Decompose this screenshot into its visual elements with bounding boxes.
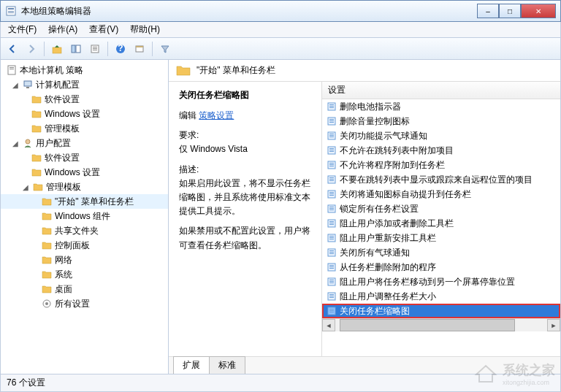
setting-icon [327,145,337,155]
list-row-label: 阻止用户将任务栏移动到另一个屏幕停靠位置 [340,276,515,288]
minimize-button[interactable]: – [477,4,499,18]
settings-list[interactable]: 设置 删除电池指示器删除音量控制图标关闭功能提示气球通知不允许在跳转列表中附加项… [322,82,560,356]
options-button[interactable] [131,40,148,58]
forward-button[interactable] [23,40,40,58]
svg-rect-69 [329,266,334,267]
list-row[interactable]: 关闭所有气球通知 [322,245,560,260]
svg-rect-52 [329,207,334,207]
svg-rect-4 [53,47,61,53]
folder-icon [31,153,42,163]
scroll-left-icon[interactable]: ◄ [322,319,335,331]
svg-rect-15 [8,66,15,74]
list-row-label: 不允许在跳转列表中附加项目 [340,145,454,157]
list-row[interactable]: 阻止用户重新安排工具栏 [322,231,560,245]
back-button[interactable] [4,40,21,58]
desc-text-2: 如果禁用或不配置此设置，用户将可查看任务栏缩略图。 [179,224,311,252]
tree-item[interactable]: 控制面板 [1,238,168,253]
svg-rect-9 [93,48,97,49]
list-row[interactable]: 锁定所有任务栏设置 [322,201,560,216]
list-row-label: 删除音量控制图标 [340,115,410,128]
tree-item[interactable]: 软件设置 [1,150,168,165]
tree-item[interactable]: 软件设置 [1,92,168,107]
tree-admin-templates[interactable]: ◢管理模板 [1,180,168,194]
setting-icon [327,101,337,112]
tree-item[interactable]: 桌面 [1,282,168,296]
svg-rect-78 [329,297,334,298]
properties-button[interactable] [86,40,104,58]
collapse-icon[interactable]: ◢ [11,139,20,147]
tree-item[interactable]: 网络 [1,253,168,267]
list-row[interactable]: 关闭任务栏缩略图 [322,304,560,318]
menu-view[interactable]: 查看(V) [85,22,123,37]
collapse-icon[interactable]: ◢ [21,183,30,191]
tree-item-start-taskbar[interactable]: "开始" 菜单和任务栏 [1,194,168,209]
breadcrumb-title: "开始" 菜单和任务栏 [196,64,275,77]
svg-rect-45 [329,179,334,180]
toolbar-separator [107,42,108,56]
list-row[interactable]: 不允许在跳转列表中附加项目 [322,143,560,158]
list-header[interactable]: 设置 [322,82,560,99]
collapse-icon[interactable]: ◢ [11,81,20,89]
svg-rect-8 [93,47,97,47]
tree-user-config[interactable]: ◢ 用户配置 [1,136,168,150]
list-row[interactable]: 删除音量控制图标 [322,114,560,128]
show-hide-tree-button[interactable] [67,40,85,58]
list-row[interactable]: 关闭功能提示气球通知 [322,128,560,143]
svg-rect-40 [329,163,334,164]
list-row[interactable]: 删除电池指示器 [322,99,560,114]
tab-standard[interactable]: 标准 [209,356,245,374]
help-button[interactable]: ? [112,40,129,58]
filter-button[interactable] [156,40,174,58]
list-row[interactable]: 从任务栏删除附加的程序 [322,260,560,274]
window-title: 本地组策略编辑器 [21,5,477,18]
list-row[interactable]: 阻止用户添加或者删除工具栏 [322,216,560,231]
setting-icon [327,160,337,170]
svg-rect-24 [329,104,334,105]
svg-rect-2 [8,11,14,12]
scroll-thumb[interactable] [340,319,515,331]
policy-icon [6,65,18,75]
tree-item[interactable]: 系统 [1,267,168,282]
tree-item[interactable]: Windows 设置 [1,165,168,180]
up-button[interactable] [48,40,66,58]
svg-rect-6 [76,45,80,53]
tree-label: "开始" 菜单和任务栏 [55,196,134,208]
menu-help[interactable]: 帮助(H) [126,22,164,37]
tree-item[interactable]: 共享文件夹 [1,223,168,238]
setting-icon [327,204,337,214]
tab-extended[interactable]: 扩展 [173,356,210,374]
list-row[interactable]: 阻止用户调整任务栏大小 [322,289,560,304]
svg-rect-49 [329,193,334,194]
list-row[interactable]: 阻止用户将任务栏移动到另一个屏幕停靠位置 [322,274,560,289]
svg-rect-76 [329,294,334,295]
list-row[interactable]: 不允许将程序附加到任务栏 [322,158,560,172]
tree-item[interactable]: Windows 设置 [1,107,168,121]
close-button[interactable]: ✕ [521,4,556,18]
tree-item-all-settings[interactable]: 所有设置 [1,296,168,311]
tree-item[interactable]: 管理模板 [1,121,168,136]
list-row-label: 删除电池指示器 [340,101,401,113]
setting-icon [327,174,337,185]
maximize-button[interactable]: □ [499,4,521,18]
svg-rect-62 [329,239,334,239]
list-row-label: 不要在跳转列表中显示或跟踪来自远程位置的项目 [340,174,533,186]
tree-computer-config[interactable]: ◢ 计算机配置 [1,77,168,92]
tree-label: 用户配置 [36,137,71,150]
svg-rect-80 [329,309,334,310]
tree-panel[interactable]: 本地计算机 策略 ◢ 计算机配置 软件设置 Windows 设置 管理模板 ◢ … [1,60,169,374]
tree-item[interactable]: Windows 组件 [1,209,168,223]
scroll-right-icon[interactable]: ► [547,319,560,331]
horizontal-scrollbar[interactable]: ◄ ► [322,318,560,331]
menu-file[interactable]: 文件(F) [4,22,41,37]
menu-action[interactable]: 操作(A) [44,22,82,37]
svg-rect-66 [329,253,334,254]
svg-rect-32 [329,134,334,134]
tree-label: 所有设置 [55,298,90,310]
setting-icon [327,277,337,287]
folder-icon [31,109,42,119]
tree-root[interactable]: 本地计算机 策略 [1,63,168,77]
edit-prefix: 编辑 [179,110,196,120]
edit-policy-link[interactable]: 策略设置 [199,110,234,120]
list-row[interactable]: 关闭将通知图标自动提升到任务栏 [322,187,560,201]
list-row[interactable]: 不要在跳转列表中显示或跟踪来自远程位置的项目 [322,172,560,187]
